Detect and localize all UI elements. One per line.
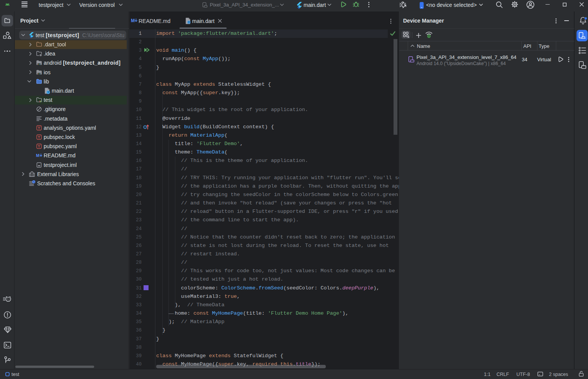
svg-text:M: M — [131, 18, 135, 23]
svg-text:M: M — [36, 153, 39, 158]
